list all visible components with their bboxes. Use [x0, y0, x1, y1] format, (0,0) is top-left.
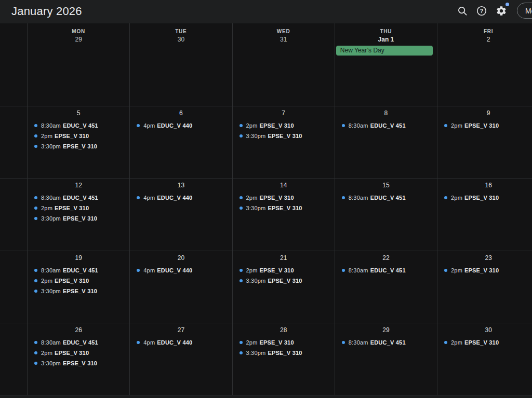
date-label[interactable]: Jan 1 — [335, 36, 437, 43]
event-item[interactable]: 2pmEPSE_V 310 — [437, 120, 532, 131]
month-grid: MON29TUE30WED31THUJan 1New Year’s DayFRI… — [0, 0, 532, 398]
event-title: EPSE_V 310 — [260, 339, 294, 346]
date-label[interactable]: 19 — [28, 254, 129, 262]
event-item[interactable]: 3:30pmEPSE_V 310 — [28, 213, 129, 224]
event-item[interactable]: 2pmEPSE_V 310 — [28, 131, 129, 141]
day-cell[interactable]: WED31 — [232, 23, 335, 106]
date-label[interactable]: 16 — [437, 182, 532, 189]
date-label[interactable]: 26 — [28, 326, 129, 334]
event-item[interactable]: 3:30pmEPSE_V 310 — [233, 348, 335, 358]
date-label[interactable]: 30 — [130, 36, 232, 43]
date-label[interactable]: 28 — [233, 326, 335, 334]
date-label[interactable]: 13 — [130, 182, 232, 189]
event-item[interactable]: 2pmEPSE_V 310 — [233, 265, 335, 276]
date-label[interactable]: 7 — [233, 109, 335, 117]
day-cell[interactable]: 64pmEDUC_V 440 — [129, 106, 232, 179]
day-cell[interactable]: 298:30amEDUC_V 451 — [335, 323, 437, 395]
date-label[interactable]: 9 — [437, 109, 532, 117]
date-label[interactable]: 12 — [28, 182, 129, 189]
event-list: 2pmEPSE_V 310 — [437, 120, 532, 131]
day-cell[interactable]: FRI2 — [437, 23, 532, 106]
day-cell[interactable]: 268:30amEDUC_V 4512pmEPSE_V 3103:30pmEPS… — [27, 323, 129, 395]
event-item[interactable]: 8:30amEDUC_V 451 — [28, 120, 129, 131]
event-dot-icon — [240, 279, 243, 282]
event-title: EDUC_V 451 — [370, 122, 406, 129]
day-cell[interactable]: 72pmEPSE_V 3103:30pmEPSE_V 310 — [232, 106, 335, 179]
view-switcher-button[interactable]: Mo — [517, 3, 532, 19]
event-item[interactable]: 2pmEPSE_V 310 — [437, 193, 532, 203]
settings-button[interactable] — [495, 4, 508, 18]
event-dot-icon — [240, 351, 243, 354]
date-label[interactable]: 6 — [130, 109, 232, 117]
day-cell[interactable]: 228:30amEDUC_V 451 — [335, 251, 437, 323]
day-cell[interactable]: TUE30 — [129, 23, 232, 106]
date-label[interactable]: 2 — [437, 36, 532, 43]
event-item[interactable]: 3:30pmEPSE_V 310 — [233, 203, 335, 213]
event-item[interactable]: 8:30amEDUC_V 451 — [335, 193, 437, 203]
event-item[interactable]: 8:30amEDUC_V 451 — [28, 193, 129, 203]
date-label[interactable]: 27 — [130, 326, 232, 334]
event-time: 2pm — [41, 205, 52, 211]
date-label[interactable]: 29 — [335, 326, 437, 334]
day-cell[interactable]: 58:30amEDUC_V 4512pmEPSE_V 3103:30pmEPSE… — [27, 106, 129, 179]
event-item[interactable]: 3:30pmEPSE_V 310 — [233, 131, 335, 141]
event-item[interactable]: 8:30amEDUC_V 451 — [335, 337, 437, 348]
event-item[interactable]: 3:30pmEPSE_V 310 — [233, 276, 335, 286]
event-title: EPSE_V 310 — [63, 288, 97, 294]
day-cell[interactable]: 282pmEPSE_V 3103:30pmEPSE_V 310 — [232, 323, 335, 395]
day-cell[interactable]: 142pmEPSE_V 3103:30pmEPSE_V 310 — [232, 179, 335, 251]
event-time: 3:30pm — [41, 360, 61, 366]
event-item[interactable]: 3:30pmEPSE_V 310 — [28, 286, 129, 296]
help-icon: ? — [476, 5, 487, 17]
event-item[interactable]: 8:30amEDUC_V 451 — [28, 337, 129, 348]
date-label[interactable]: 30 — [437, 326, 532, 334]
event-item[interactable]: 4pmEDUC_V 440 — [130, 193, 232, 203]
event-item[interactable]: 2pmEPSE_V 310 — [437, 337, 532, 348]
date-label[interactable]: 29 — [28, 36, 129, 43]
day-cell[interactable]: 274pmEDUC_V 440 — [129, 323, 232, 395]
day-cell[interactable]: MON29 — [27, 23, 129, 106]
event-item[interactable]: 2pmEPSE_V 310 — [233, 120, 335, 131]
event-item[interactable]: 8:30amEDUC_V 451 — [335, 265, 437, 276]
holiday-chip[interactable]: New Year’s Day — [336, 46, 433, 56]
date-label[interactable]: 20 — [130, 254, 232, 262]
event-item[interactable]: 2pmEPSE_V 310 — [28, 203, 129, 213]
date-label[interactable]: 15 — [335, 182, 437, 189]
event-item[interactable]: 2pmEPSE_V 310 — [233, 193, 335, 203]
day-cell[interactable]: THUJan 1New Year’s Day — [335, 23, 437, 106]
day-cell[interactable]: 88:30amEDUC_V 451 — [335, 106, 437, 179]
day-cell[interactable]: 212pmEPSE_V 3103:30pmEPSE_V 310 — [232, 251, 335, 323]
event-item[interactable]: 3:30pmEPSE_V 310 — [28, 358, 129, 368]
day-cell[interactable]: 158:30amEDUC_V 451 — [335, 179, 437, 251]
event-item[interactable]: 4pmEDUC_V 440 — [130, 120, 232, 131]
event-item[interactable]: 2pmEPSE_V 310 — [437, 265, 532, 276]
event-item[interactable]: 8:30amEDUC_V 451 — [335, 120, 437, 131]
day-cell[interactable]: 134pmEDUC_V 440 — [129, 179, 232, 251]
event-item[interactable]: 4pmEDUC_V 440 — [130, 265, 232, 276]
day-cell[interactable]: 232pmEPSE_V 310 — [437, 251, 532, 323]
day-cell[interactable]: 162pmEPSE_V 310 — [437, 179, 532, 251]
search-button[interactable] — [456, 4, 469, 18]
day-cell[interactable]: 198:30amEDUC_V 4512pmEPSE_V 3103:30pmEPS… — [27, 251, 129, 323]
event-time: 3:30pm — [41, 143, 61, 149]
event-item[interactable]: 2pmEPSE_V 310 — [233, 337, 335, 348]
date-label[interactable]: 8 — [335, 109, 437, 117]
date-label[interactable]: 31 — [233, 36, 335, 43]
date-label[interactable]: 21 — [233, 254, 335, 262]
date-label[interactable]: 23 — [437, 254, 532, 262]
event-item[interactable]: 3:30pmEPSE_V 310 — [28, 141, 129, 152]
event-item[interactable]: 2pmEPSE_V 310 — [28, 348, 129, 358]
event-item[interactable]: 4pmEDUC_V 440 — [130, 337, 232, 348]
date-label[interactable]: 5 — [28, 109, 129, 117]
help-button[interactable]: ? — [475, 4, 488, 18]
date-label[interactable]: 14 — [233, 182, 335, 189]
event-item[interactable]: 2pmEPSE_V 310 — [28, 276, 129, 286]
day-cell[interactable]: 302pmEPSE_V 310 — [437, 323, 532, 395]
weekday-label: TUE — [130, 29, 232, 34]
day-cell[interactable]: 204pmEDUC_V 440 — [129, 251, 232, 323]
date-label[interactable]: 22 — [335, 254, 437, 262]
top-app-bar: January 2026 ? Mo — [0, 0, 532, 23]
day-cell[interactable]: 92pmEPSE_V 310 — [437, 106, 532, 179]
event-item[interactable]: 8:30amEDUC_V 451 — [28, 265, 129, 276]
day-cell[interactable]: 128:30amEDUC_V 4512pmEPSE_V 3103:30pmEPS… — [27, 179, 129, 251]
